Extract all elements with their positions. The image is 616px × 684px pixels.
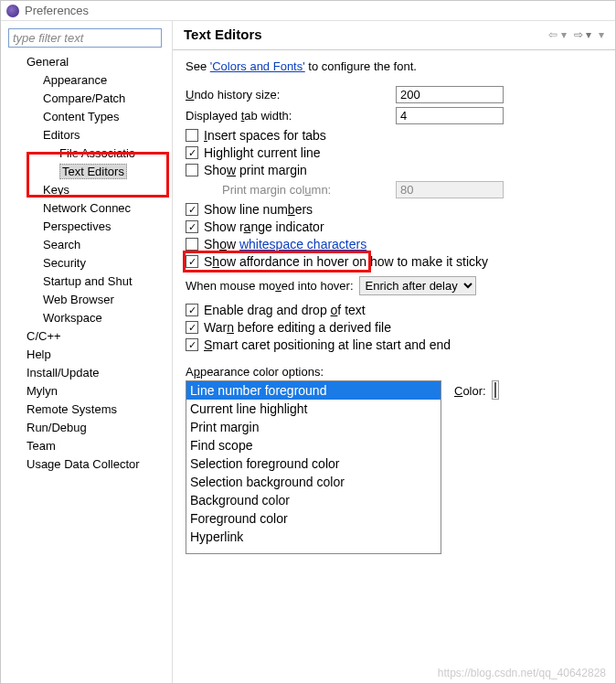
tree-item[interactable]: Mylyn	[8, 382, 168, 401]
tree-item[interactable]: Workspace	[8, 309, 168, 327]
color-label: Color:	[454, 384, 486, 398]
tree-item[interactable]: Perspectives	[8, 218, 168, 236]
show-affordance-checkbox[interactable]: Show affordance in hover on how to make …	[186, 254, 602, 269]
print-margin-col-label: Print margin column:	[186, 183, 396, 197]
show-line-numbers-checkbox[interactable]: Show line numbers	[186, 202, 602, 217]
hint-suffix: to configure the font.	[305, 59, 417, 73]
page-header: Text Editors ⇦ ▾ ⇨ ▾ ▾	[173, 21, 615, 50]
main-panel: See 'Colors and Fonts' to configure the …	[173, 50, 615, 563]
show-whitespace-checkbox[interactable]: Show whitespace characters	[186, 237, 602, 251]
tree-item[interactable]: Keys	[8, 181, 168, 199]
insert-spaces-checkbox[interactable]: Insert spaces for tabs	[186, 128, 602, 143]
hover-mode-select[interactable]: Enrich after delay	[359, 276, 476, 295]
tree-item[interactable]: Run/Debug	[8, 419, 168, 437]
checkbox-icon	[186, 203, 198, 216]
tree-item[interactable]: Web Browser	[8, 291, 168, 309]
insert-spaces-label: Insert spaces for tabs	[204, 128, 326, 143]
forward-icon[interactable]: ⇨ ▾	[572, 28, 593, 41]
tree-item[interactable]: Text Editors	[8, 163, 168, 181]
filter-input[interactable]: type filter text	[8, 28, 162, 48]
checkbox-icon	[186, 338, 198, 351]
appearance-option[interactable]: Selection foreground color	[186, 454, 441, 473]
menu-icon[interactable]: ▾	[597, 28, 606, 41]
appearance-option[interactable]: Background color	[186, 491, 441, 509]
watermark: https://blog.csdn.net/qq_40642828	[438, 667, 606, 679]
back-icon[interactable]: ⇦ ▾	[547, 28, 568, 41]
appearance-option[interactable]: Foreground color	[186, 509, 441, 528]
titlebar: Preferences	[1, 1, 615, 21]
show-whitespace-label: Show whitespace characters	[204, 237, 366, 251]
smart-caret-checkbox[interactable]: Smart caret positioning at line start an…	[186, 337, 602, 352]
color-swatch-button[interactable]	[492, 380, 499, 400]
undo-history-input[interactable]	[396, 86, 504, 103]
appearance-options-list[interactable]: Line number foregroundCurrent line highl…	[186, 380, 441, 554]
tree-item[interactable]: Security	[8, 254, 168, 273]
page-title: Text Editors	[184, 27, 543, 42]
smart-caret-label: Smart caret positioning at line start an…	[204, 337, 451, 352]
tree-item[interactable]: Install/Update	[8, 364, 168, 382]
appearance-option[interactable]: Print margin	[186, 418, 441, 436]
appearance-option[interactable]: Hyperlink	[186, 528, 441, 546]
tab-width-label: Displayed tab width:	[186, 109, 396, 123]
show-range-checkbox[interactable]: Show range indicator	[186, 219, 602, 234]
tree-item[interactable]: File Associatio	[8, 144, 168, 163]
tree-item[interactable]: Startup and Shut	[8, 273, 168, 291]
tree-item[interactable]: Compare/Patch	[8, 90, 168, 108]
undo-history-label: Undo history size:	[186, 88, 396, 102]
show-line-numbers-label: Show line numbers	[204, 202, 313, 217]
color-swatch	[494, 382, 496, 398]
colors-and-fonts-link[interactable]: 'Colors and Fonts'	[210, 59, 305, 73]
checkbox-icon	[186, 255, 198, 268]
hint-prefix: See	[186, 59, 210, 73]
show-affordance-label: Show affordance in hover on how to make …	[204, 254, 488, 269]
print-margin-col-input	[396, 181, 504, 198]
app-icon	[6, 5, 19, 17]
drag-drop-checkbox[interactable]: Enable drag and drop of text	[186, 303, 602, 317]
appearance-option[interactable]: Line number foreground	[186, 381, 441, 400]
checkbox-icon	[186, 321, 198, 334]
highlight-line-checkbox[interactable]: Highlight current line	[186, 145, 602, 160]
tree-item[interactable]: Usage Data Collector	[8, 455, 168, 474]
show-print-margin-label: Show print margin	[204, 163, 307, 177]
tree-item[interactable]: Remote Systems	[8, 401, 168, 419]
show-print-margin-checkbox[interactable]: Show print margin	[186, 163, 602, 177]
appearance-options-label: Appearance color options:	[186, 365, 602, 379]
tree-item[interactable]: Editors	[8, 126, 168, 144]
tree-item[interactable]: Search	[8, 236, 168, 254]
show-range-label: Show range indicator	[204, 219, 324, 234]
checkbox-icon	[186, 129, 198, 142]
appearance-option[interactable]: Find scope	[186, 436, 441, 454]
checkbox-icon	[186, 146, 198, 159]
appearance-option[interactable]: Current line highlight	[186, 400, 441, 418]
tab-width-input[interactable]	[396, 107, 504, 124]
hover-mode-label: When mouse moved into hover:	[186, 279, 354, 293]
tree-item[interactable]: Help	[8, 346, 168, 364]
sidebar: type filter text GeneralAppearanceCompar…	[1, 21, 173, 683]
highlight-line-label: Highlight current line	[204, 145, 321, 160]
preference-tree[interactable]: GeneralAppearanceCompare/PatchContent Ty…	[8, 53, 168, 474]
tree-item[interactable]: Network Connec	[8, 199, 168, 218]
tree-item[interactable]: Appearance	[8, 71, 168, 90]
whitespace-characters-link[interactable]: whitespace characters	[239, 237, 366, 251]
tree-item[interactable]: C/C++	[8, 327, 168, 346]
warn-derived-checkbox[interactable]: Warn before editing a derived file	[186, 320, 602, 335]
tree-item[interactable]: Content Types	[8, 108, 168, 126]
appearance-option[interactable]: Selection background color	[186, 473, 441, 491]
warn-derived-label: Warn before editing a derived file	[204, 320, 391, 335]
drag-drop-label: Enable drag and drop of text	[204, 303, 366, 317]
checkbox-icon	[186, 304, 198, 316]
window-title: Preferences	[25, 4, 89, 17]
checkbox-icon	[186, 164, 198, 176]
tree-item[interactable]: General	[8, 53, 168, 71]
checkbox-icon	[186, 220, 198, 233]
tree-item[interactable]: Team	[8, 437, 168, 455]
checkbox-icon	[186, 238, 198, 251]
font-hint: See 'Colors and Fonts' to configure the …	[186, 59, 602, 73]
